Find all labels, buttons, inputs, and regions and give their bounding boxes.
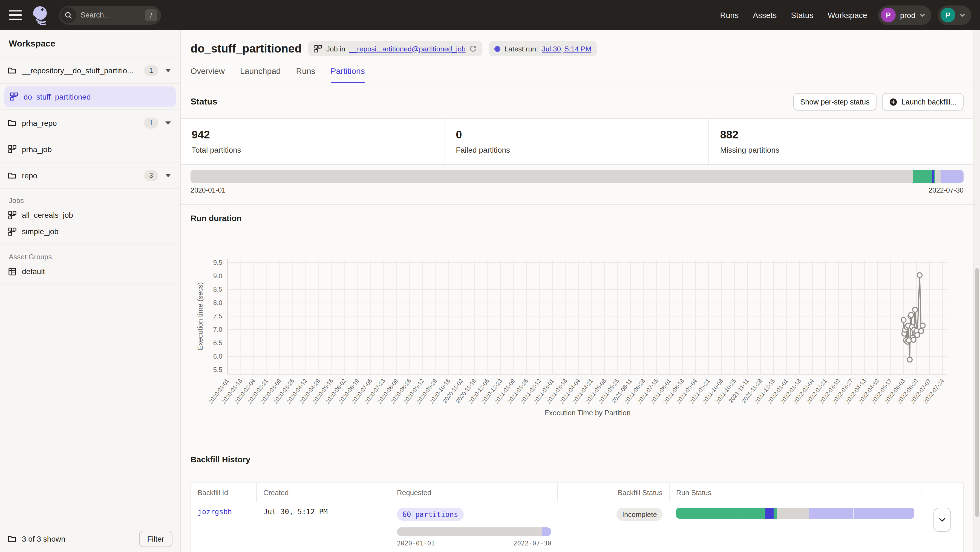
sidebar-section-label: Jobs bbox=[0, 189, 180, 207]
bar-segment-lavender bbox=[542, 527, 551, 536]
bar-segment-indigo bbox=[932, 170, 934, 183]
page-header: do_stuff_partitioned Job in __reposi...a… bbox=[181, 30, 974, 56]
search-input[interactable]: Search... / bbox=[59, 6, 161, 24]
svg-text:8.0: 8.0 bbox=[213, 299, 222, 306]
tab-launchpad[interactable]: Launchpad bbox=[240, 66, 281, 83]
partition-status-bar[interactable] bbox=[191, 170, 964, 183]
grid-icon bbox=[8, 267, 16, 276]
svg-text:Execution time (secs): Execution time (secs) bbox=[196, 282, 204, 351]
job-tag-prefix: Job in bbox=[326, 44, 345, 53]
data-point[interactable] bbox=[909, 312, 914, 317]
stat-label: Missing partitions bbox=[720, 146, 963, 154]
menu-icon[interactable] bbox=[9, 10, 22, 20]
nav-assets[interactable]: Assets bbox=[753, 11, 776, 19]
svg-text:6.0: 6.0 bbox=[213, 352, 222, 360]
sidebar-item-all-cereals-job[interactable]: all_cereals_job bbox=[0, 207, 180, 223]
sidebar-item--repository-do-stuff-partitio-[interactable]: __repository__do_stuff_partitio...1 bbox=[0, 57, 180, 84]
tab-overview[interactable]: Overview bbox=[191, 66, 225, 83]
sidebar-item-simple-job[interactable]: simple_job bbox=[0, 223, 180, 240]
bar-segment-indigo bbox=[765, 508, 773, 519]
job-icon bbox=[9, 92, 18, 101]
backfill-status-cell: Incomplete bbox=[558, 502, 670, 552]
status-heading: Status bbox=[191, 97, 217, 107]
data-point[interactable] bbox=[919, 328, 924, 333]
partition-stats: 942Total partitions0Failed partitions882… bbox=[181, 118, 974, 165]
bar-segment-gray bbox=[397, 527, 542, 536]
user-menu[interactable]: P bbox=[938, 5, 971, 25]
show-per-step-status-button[interactable]: Show per-step status bbox=[793, 93, 877, 111]
stat-label: Failed partitions bbox=[456, 146, 697, 154]
chevron-down-icon bbox=[939, 517, 945, 522]
svg-text:Execution Time by Partition: Execution Time by Partition bbox=[544, 409, 630, 417]
col-header-backfill-id: Backfill Id bbox=[191, 483, 257, 502]
filter-button[interactable]: Filter bbox=[139, 530, 172, 547]
stat-total-partitions: 942Total partitions bbox=[181, 119, 445, 164]
dagster-logo-icon[interactable] bbox=[31, 5, 50, 25]
sidebar-item-label: repo bbox=[22, 171, 138, 180]
job-tag-link[interactable]: __reposi...artitioned@partitioned_job bbox=[349, 44, 465, 53]
latest-run-link[interactable]: Jul 30, 5:14 PM bbox=[542, 44, 592, 53]
sidebar-item-label: do_stuff_partitioned bbox=[24, 92, 171, 101]
data-point[interactable] bbox=[901, 317, 906, 322]
sidebar-item-label: prha_job bbox=[22, 145, 172, 154]
expand-row-button[interactable] bbox=[933, 508, 951, 532]
partition-status-bar-wrap: 2020-01-01 2022-07-30 bbox=[181, 165, 974, 194]
sidebar-item-selected-highlight: do_stuff_partitioned bbox=[5, 86, 176, 107]
requested-range-bar bbox=[397, 527, 551, 536]
backfill-status-badge: Incomplete bbox=[617, 508, 662, 521]
tab-runs[interactable]: Runs bbox=[296, 66, 315, 83]
sidebar-item-prha-job[interactable]: prha_job bbox=[0, 136, 180, 162]
data-point[interactable] bbox=[915, 333, 920, 338]
data-point[interactable] bbox=[913, 307, 918, 312]
col-header-requested: Requested bbox=[390, 483, 558, 502]
deployment-switcher[interactable]: P prod bbox=[878, 5, 931, 25]
stat-value: 0 bbox=[456, 128, 697, 141]
sidebar-item-label: all_cereals_job bbox=[22, 211, 172, 219]
data-point[interactable] bbox=[911, 337, 916, 342]
folder-icon bbox=[8, 534, 16, 543]
backfill-table-header: Backfill IdCreatedRequestedBackfill Stat… bbox=[191, 483, 963, 502]
nav-runs[interactable]: Runs bbox=[720, 11, 738, 19]
run-duration-chart-wrap: 9.59.08.58.07.57.06.56.05.52020-01-01202… bbox=[181, 223, 974, 423]
sidebar-item-repo[interactable]: repo3 bbox=[0, 162, 180, 189]
svg-text:8.5: 8.5 bbox=[213, 286, 222, 293]
caret-down-icon[interactable] bbox=[164, 119, 172, 127]
nav-workspace[interactable]: Workspace bbox=[827, 11, 867, 19]
refresh-icon[interactable] bbox=[469, 45, 477, 52]
sidebar-group: Asset Groupsdefault bbox=[0, 245, 180, 285]
search-icon bbox=[60, 7, 76, 23]
tab-bar: OverviewLaunchpadRunsPartitions bbox=[181, 56, 974, 83]
job-icon bbox=[8, 227, 16, 236]
topbar-pills: P prod P bbox=[878, 5, 971, 25]
data-point[interactable] bbox=[917, 273, 922, 278]
scrollbar-thumb[interactable] bbox=[975, 268, 979, 517]
partition-range-start: 2020-01-01 bbox=[191, 187, 226, 194]
data-point[interactable] bbox=[907, 357, 912, 362]
sidebar-item-label: default bbox=[22, 267, 172, 276]
requested-partitions-chip[interactable]: 60 partitions bbox=[397, 508, 464, 521]
bar-segment-lavender bbox=[940, 170, 964, 183]
caret-down-icon[interactable] bbox=[164, 171, 172, 180]
data-point[interactable] bbox=[920, 323, 925, 328]
sidebar-item-do-stuff-partitioned[interactable]: do_stuff_partitioned bbox=[0, 84, 180, 110]
deployment-avatar: P bbox=[881, 8, 896, 22]
run-status-cell bbox=[670, 502, 921, 552]
sidebar-item-prha-repo[interactable]: prha_repo1 bbox=[0, 110, 180, 136]
main-content: do_stuff_partitioned Job in __reposi...a… bbox=[181, 30, 980, 552]
caret-down-icon[interactable] bbox=[164, 66, 172, 75]
tab-partitions[interactable]: Partitions bbox=[331, 66, 365, 83]
col-header-created: Created bbox=[257, 483, 390, 502]
nav-status[interactable]: Status bbox=[791, 11, 813, 19]
stat-value: 942 bbox=[192, 128, 433, 141]
bar-segment-green bbox=[737, 508, 766, 519]
backfill-created: Jul 30, 5:12 PM bbox=[263, 508, 328, 516]
svg-text:5.5: 5.5 bbox=[213, 366, 222, 373]
run-status-bar[interactable] bbox=[676, 508, 914, 519]
svg-text:7.5: 7.5 bbox=[213, 312, 222, 320]
launch-backfill-button[interactable]: Launch backfill... bbox=[882, 93, 964, 111]
item-count-badge: 3 bbox=[144, 170, 158, 181]
backfill-id-link[interactable]: jozrgsbh bbox=[198, 508, 232, 516]
bar-segment-green bbox=[774, 508, 777, 519]
sidebar-item-default[interactable]: default bbox=[0, 263, 180, 279]
requested-range-end: 2022-07-30 bbox=[514, 539, 552, 547]
